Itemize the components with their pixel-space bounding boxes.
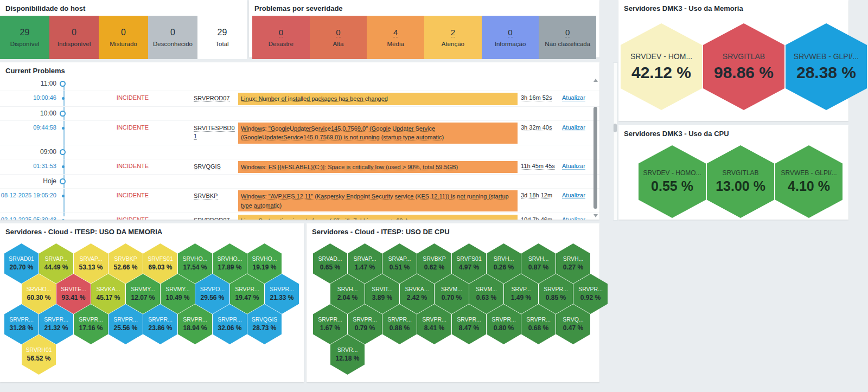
scroll-down-icon[interactable] xyxy=(593,214,598,217)
hexagon-host-label: SRVDEV - HOM... xyxy=(630,52,692,61)
problem-host-cell: SRVBKP xyxy=(194,190,235,201)
problem-duration-link[interactable]: 3d 18h 12m xyxy=(521,192,552,199)
problem-update-link[interactable]: Atualizar xyxy=(562,94,585,101)
problem-duration-link[interactable]: 3h 32m 40s xyxy=(521,124,552,131)
scrollbar-thumb[interactable] xyxy=(593,107,597,209)
hexagon-host-label: SRVPR... xyxy=(578,286,603,293)
problem-host-link[interactable]: SRVPROD07 xyxy=(194,95,229,102)
problem-description-link[interactable]: Windows: "AVP.KES.12.11" (Kaspersky Endp… xyxy=(241,193,509,209)
problems-scrollbar[interactable] xyxy=(593,79,598,217)
problem-description-link[interactable]: Windows: "GoogleUpdaterService145.0.7569… xyxy=(241,125,444,141)
problem-host-link[interactable]: SRVITESPBD01 xyxy=(194,125,235,140)
host-availability-blocks: 29Disponível0Indisponível0Misturado0Desc… xyxy=(0,16,247,59)
severity-count-value[interactable]: 4 xyxy=(393,28,398,37)
dashboard-scroll-track[interactable] xyxy=(613,62,618,221)
problem-update-link[interactable]: Atualizar xyxy=(562,192,585,199)
severity-count-link[interactable]: 0 xyxy=(336,28,340,37)
severity-block-alta: 0Alta xyxy=(310,16,367,59)
hexagon-value: 45.17 % xyxy=(96,293,120,302)
problem-duration-link[interactable]: 11h 45m 45s xyxy=(521,163,555,170)
hexagon-value: 3.89 % xyxy=(372,293,392,302)
hexagon-value: 13.00 % xyxy=(716,178,765,194)
severity-count-value[interactable]: 0 xyxy=(565,28,570,37)
severity-count-value[interactable]: 2 xyxy=(451,28,455,37)
hexagon-value: 28.38 % xyxy=(796,63,856,82)
problem-description-cell: Windows: "AVP.KES.12.11" (Kaspersky Endp… xyxy=(238,190,518,211)
hexagon-host-label: SRVITE... xyxy=(61,286,86,293)
dashboard-scroll-handle[interactable] xyxy=(614,124,617,132)
problem-action-cell: Atualizar xyxy=(562,215,597,220)
severity-label: Informação xyxy=(495,41,526,47)
severity-count-value[interactable]: 0 xyxy=(508,28,512,37)
availability-count: 0 xyxy=(121,28,126,37)
problem-duration-cell: 11h 45m 45s xyxy=(521,161,559,169)
problem-description-link[interactable]: Linux: Number of installed packages has … xyxy=(241,95,388,102)
hexagon-host-label: SRVPR... xyxy=(318,316,342,324)
severity-label: Atenção xyxy=(442,41,464,47)
availability-label: Desconhecido xyxy=(153,41,193,47)
severity-count-link[interactable]: 2 xyxy=(451,28,455,37)
availability-label: Total xyxy=(215,41,228,47)
hexagon-srvgitlab[interactable]: SRVGITLAB13.00 % xyxy=(707,145,774,218)
hexagon-value: 0.51 % xyxy=(390,263,410,272)
widget-title-current-problems: Current Problems xyxy=(0,62,599,77)
severity-count-link[interactable]: 0 xyxy=(508,28,512,37)
hexagon-srvweb-glpi[interactable]: SRVWEB - GLPI/...4.10 % xyxy=(775,145,843,218)
problem-time: 01:31:53 xyxy=(0,161,56,169)
hexagon-value: 44.49 % xyxy=(44,263,68,272)
hexagon-host-label: SRVHO... xyxy=(183,255,208,263)
severity-count-value[interactable]: 0 xyxy=(279,28,283,37)
problem-host-link[interactable]: SRVBKP xyxy=(194,192,218,200)
hexagon-srvdev-hom[interactable]: SRVDEV - HOM...42.12 % xyxy=(621,23,702,110)
severity-count-value[interactable]: 0 xyxy=(336,28,340,37)
problem-host-link[interactable]: SRVPROD07 xyxy=(194,217,229,220)
widget-current-problems: Current Problems 11:0010:00:46INCIDENTES… xyxy=(0,62,599,220)
hexagon-srvdev-homo[interactable]: SRVDEV - HOMO...0.55 % xyxy=(639,145,706,218)
widget-title-host-availability: Disponibilidade do host xyxy=(0,0,247,15)
hexagon-host-label: SRVPR... xyxy=(235,286,259,293)
problem-update-link[interactable]: Atualizar xyxy=(562,124,585,131)
hexagon-value: 0.80 % xyxy=(494,324,514,332)
problem-description-cell: Linux: System time is out of sync (diff … xyxy=(238,215,518,220)
severity-block-aten-o: 2Atenção xyxy=(424,16,482,59)
problem-update-link[interactable]: Atualizar xyxy=(562,163,585,170)
hexagon-value: 21.32 % xyxy=(44,324,68,332)
problem-duration-link[interactable]: 10d 7h 46m xyxy=(521,216,552,220)
problem-time: 09:44:58 xyxy=(0,123,56,131)
problem-duration-cell: 3h 16m 52s xyxy=(521,93,559,101)
hexagon-value: 0.63 % xyxy=(476,293,496,302)
severity-count-link[interactable]: 4 xyxy=(393,28,398,37)
hexagon-srvweb-glpi[interactable]: SRVWEB - GLPI/...28.38 % xyxy=(786,23,867,110)
hexagon-host-label: SRVPR... xyxy=(148,316,173,324)
problem-action-cell: Atualizar xyxy=(562,161,597,169)
hexagon-value: 0.85 % xyxy=(546,293,566,302)
availability-label: Misturado xyxy=(110,41,137,47)
hexagon-host-label: SRVPR... xyxy=(492,316,516,324)
hexagon-srvgitlab[interactable]: SRVGITLAB98.86 % xyxy=(703,23,784,110)
problem-update-link[interactable]: Atualizar xyxy=(562,216,585,220)
honeycomb-row: SRVAD0120.70 %SRVAP...44.49 %SRVAP...53.… xyxy=(4,243,304,284)
problem-row: 01:31:53INCIDENTESRVQGISWindows: FS [{#F… xyxy=(0,159,599,175)
severity-count-link[interactable]: 0 xyxy=(565,28,570,37)
problem-host-link[interactable]: SRVQGIS xyxy=(194,163,221,170)
timeline-marker-row: 10:00 xyxy=(0,107,599,121)
scroll-up-icon[interactable] xyxy=(593,79,598,82)
problem-description-link[interactable]: Linux: System time is out of sync (diff … xyxy=(241,217,408,220)
hexagon-host-label: SRVHO... xyxy=(27,286,52,293)
hexagon-value: 12.18 % xyxy=(335,354,359,363)
dmk3-cpu-hexes: SRVDEV - HOMO...0.55 %SRVGITLAB13.00 %SR… xyxy=(618,140,848,218)
problem-action-cell: Atualizar xyxy=(562,123,597,131)
availability-block-dispon-vel: 29Disponível xyxy=(0,16,49,59)
hexagon-value: 0.65 % xyxy=(320,263,340,272)
widget-dmk3-cpu: Servidores DMK3 - Uso da CPU SRVDEV - HO… xyxy=(618,125,848,220)
severity-count-link[interactable]: 0 xyxy=(279,28,283,37)
hexagon-host-label: SRVBKP xyxy=(114,255,137,263)
problem-description-link[interactable]: Windows: FS [{#FSLABEL}(C:)]: Space is c… xyxy=(241,164,458,170)
hexagon-value: 19.47 % xyxy=(235,293,259,302)
hexagon-value: 0.70 % xyxy=(442,293,462,302)
hexagon-value: 1.49 % xyxy=(511,293,531,302)
problem-duration-link[interactable]: 3h 16m 52s xyxy=(521,94,552,101)
hexagon-value: 4.97 % xyxy=(459,263,479,272)
hexagon-host-label: SRVM... xyxy=(476,286,497,293)
timeline-marker-row: 11:00 xyxy=(0,77,599,91)
